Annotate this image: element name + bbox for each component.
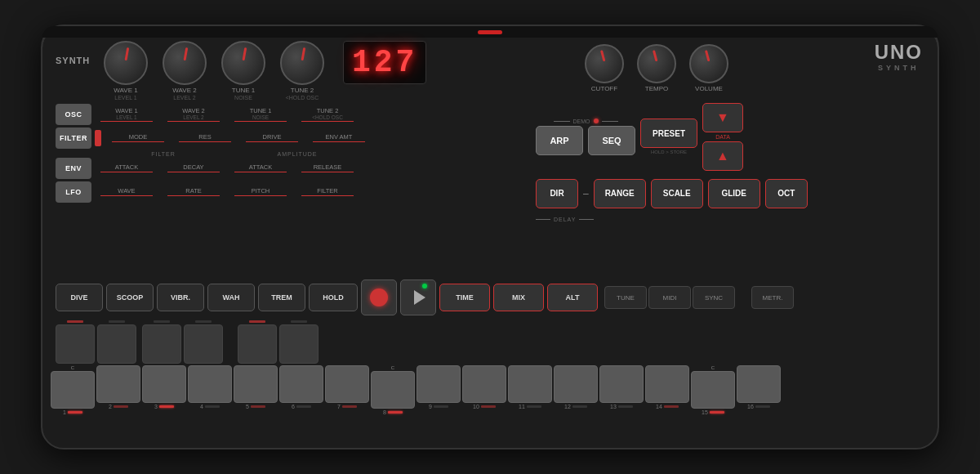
play-triangle	[414, 290, 425, 305]
metr-button[interactable]: METR.	[751, 286, 794, 309]
osc-button[interactable]: OSC	[56, 104, 91, 125]
key-6-pad[interactable]	[279, 365, 323, 403]
oct-button[interactable]: OCT	[765, 179, 808, 208]
time-button[interactable]: TIME	[439, 284, 490, 311]
pad-4-key[interactable]	[184, 324, 223, 364]
osc-params: WAVE 1 LEVEL 1 WAVE 2 LEVEL 2 TUNE 1 NOI…	[93, 107, 361, 122]
key-11-led	[527, 405, 541, 408]
demo-indicator: DEMO	[554, 118, 618, 124]
scale-button[interactable]: SCALE	[651, 179, 703, 208]
filter-row: FILTER MODE RES DRIVE	[56, 127, 529, 149]
pad-1-key[interactable]	[56, 324, 95, 364]
pad-3-key[interactable]	[142, 324, 181, 364]
data-up-button[interactable]: ▲	[702, 141, 743, 171]
key-13-bottom: 13	[610, 404, 633, 409]
glide-button[interactable]: GLIDE	[708, 179, 760, 208]
filter-params: MODE RES DRIVE ENV AMT	[105, 133, 372, 142]
amplitude-section-label: AMPLITUDE	[230, 151, 364, 157]
range-button[interactable]: RANGE	[594, 179, 646, 208]
knob-tune1-col: TUNE 1 NOISE	[216, 41, 271, 101]
tune-button[interactable]: TUNE	[604, 286, 647, 309]
filter-button[interactable]: FILTER	[56, 127, 91, 149]
env-row: ENV ATTACK DECAY ATTACK	[56, 158, 529, 179]
param-f-decay-label: DECAY	[183, 163, 203, 171]
key-8-bottom: 8	[383, 409, 403, 415]
key-11: 11	[508, 365, 552, 409]
trem-button[interactable]: TREM	[258, 284, 305, 311]
key-11-pad[interactable]	[508, 365, 552, 403]
knob-wave2-sublabel: LEVEL 2	[173, 95, 195, 101]
scoop-button[interactable]: SCOOP	[106, 284, 154, 311]
key-3: 3	[142, 365, 186, 409]
param-wave2-line	[167, 121, 220, 122]
alt-button[interactable]: ALT	[547, 284, 598, 311]
key-13-pad[interactable]	[599, 365, 644, 403]
param-lfo-pitch-label: PITCH	[252, 187, 270, 195]
play-button[interactable]	[400, 279, 436, 315]
pad-2-key[interactable]	[97, 324, 136, 364]
knob-wave1[interactable]	[104, 41, 148, 85]
param-a-release-label: RELEASE	[314, 163, 342, 171]
param-lfo-rate-line	[167, 195, 220, 196]
key-11-bottom: 11	[519, 404, 541, 409]
key-4-pad[interactable]	[188, 365, 232, 403]
sync-button[interactable]: SYNC	[693, 286, 735, 309]
key-7-pad[interactable]	[325, 365, 369, 403]
pad-6-key[interactable]	[279, 324, 318, 364]
key-2-pad[interactable]	[96, 365, 140, 403]
preset-button[interactable]: PRESET	[640, 118, 697, 148]
key-9-pad[interactable]	[416, 365, 461, 403]
key-6-led	[296, 405, 311, 408]
key-15-led	[710, 411, 724, 414]
dive-button[interactable]: DIVE	[56, 284, 103, 311]
midi-button[interactable]: MIDI	[648, 286, 691, 309]
param-tune1: TUNE 1 NOISE	[227, 107, 294, 122]
env-button[interactable]: ENV	[56, 158, 91, 179]
key-10-pad[interactable]	[462, 365, 506, 403]
knob-volume[interactable]	[689, 44, 728, 83]
knob-tempo-col: TEMPO	[637, 44, 676, 93]
synth-label: SYNTH	[56, 56, 88, 65]
knob-tempo-label: TEMPO	[645, 85, 668, 93]
key-5: 5	[234, 365, 278, 409]
knob-tune1[interactable]	[221, 41, 265, 85]
top-strip	[42, 26, 938, 38]
rec-button[interactable]	[361, 279, 397, 315]
mix-button[interactable]: MIX	[493, 284, 544, 311]
osc-knob-group: WAVE 1 LEVEL 1 WAVE 2 LEVEL 2 TUNE 1 NOI…	[98, 41, 330, 101]
key-12-pad[interactable]	[554, 365, 598, 403]
arp-seq-buttons: ARP SEQ	[536, 126, 635, 155]
synth-knobs-row: SYNTH WAVE 1 LEVEL 1 WAVE 2 LEVEL 2	[56, 41, 529, 101]
wah-button[interactable]: WAH	[207, 284, 255, 311]
pad-3-led	[154, 320, 170, 323]
dir-button[interactable]: DIR	[536, 179, 578, 208]
key-14-pad[interactable]	[645, 365, 689, 403]
filter-indicator	[95, 130, 101, 146]
param-envamt-line	[313, 141, 365, 142]
arp-button[interactable]: ARP	[536, 126, 583, 155]
key-1-pad[interactable]	[51, 371, 95, 409]
key-16-pad[interactable]	[737, 365, 781, 403]
key-6-bottom: 6	[292, 404, 311, 409]
knob-wave2[interactable]	[163, 41, 207, 85]
param-wave2-label: WAVE 2	[182, 107, 205, 114]
data-down-button[interactable]: ▼	[702, 103, 743, 132]
key-8-pad[interactable]	[371, 371, 415, 409]
key-15-pad[interactable]	[691, 371, 735, 409]
key-1-bottom: 1	[63, 409, 82, 415]
hold-button[interactable]: HOLD	[309, 284, 358, 311]
pad-2-led	[109, 320, 125, 323]
knob-cutoff[interactable]	[585, 44, 624, 83]
param-tune2: TUNE 2 <HOLD OSC	[294, 107, 361, 122]
demo-line-left	[554, 121, 570, 122]
key-7: 7	[325, 365, 369, 409]
lfo-button[interactable]: LFO	[56, 181, 91, 203]
key-3-pad[interactable]	[142, 365, 186, 403]
knob-tempo[interactable]	[637, 44, 676, 83]
knob-tune2[interactable]	[280, 41, 324, 85]
key-5-pad[interactable]	[234, 365, 278, 403]
seq-button[interactable]: SEQ	[588, 126, 635, 155]
pad-5-key[interactable]	[238, 324, 277, 364]
vibr-button[interactable]: VIBR.	[157, 284, 204, 311]
param-wave1: WAVE 1 LEVEL 1	[93, 107, 160, 122]
